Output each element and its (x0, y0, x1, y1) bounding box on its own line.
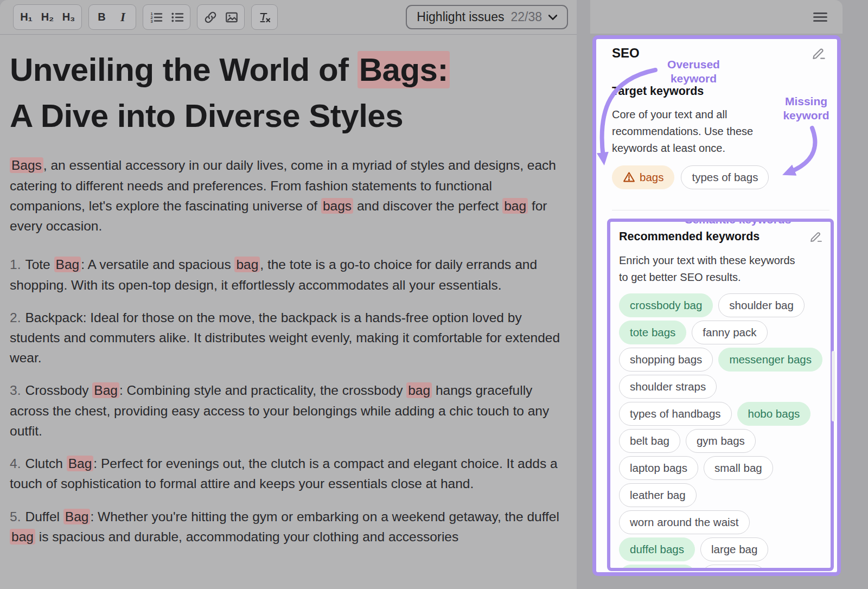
highlighted-keyword: bag (10, 529, 35, 545)
image-icon (225, 10, 239, 24)
highlighted-keyword: Bags (10, 157, 43, 173)
overused-keyword-annotation: Overused keyword (646, 57, 741, 86)
keyword-pill-row: duffel bagslarge bag (619, 537, 823, 561)
intro-paragraph: Bags, an essential accessory in our dail… (10, 155, 566, 236)
text-segment: : Whether you're hitting the gym or emba… (90, 509, 559, 524)
keyword-pill-row: laptop bagssmall bag (619, 456, 823, 480)
format-button-group: B I (88, 4, 136, 30)
edit-target-keywords-button[interactable] (812, 46, 826, 62)
editor-pane: H₁ H₂ H₃ B I 123 (0, 0, 577, 589)
document-body[interactable]: Unveiling the World of Bags:A Dive into … (0, 35, 577, 547)
ordered-list-button[interactable]: 123 (146, 7, 166, 28)
heading-button-group: H₁ H₂ H₃ (13, 4, 82, 30)
list-item: 3.Crossbody Bag: Combining style and pra… (10, 380, 566, 441)
bold-button[interactable]: B (92, 7, 112, 28)
keyword-pill-row: belt baggym bags (619, 429, 823, 453)
text-segment: Backpack: Ideal for those on the move, t… (10, 310, 560, 365)
text-segment: is spacious and durable, accommodating y… (35, 529, 458, 544)
keyword-pill[interactable]: duffel bags (619, 537, 695, 561)
text-segment: A Dive into Diverse Styles (10, 98, 403, 134)
highlighted-keyword: bags (321, 198, 353, 214)
warning-icon (623, 171, 635, 183)
text-segment: Clutch (25, 456, 66, 471)
title-line: A Dive into Diverse Styles (10, 93, 566, 139)
editor-toolbar: H₁ H₂ H₃ B I 123 (0, 0, 577, 35)
hamburger-menu-icon[interactable] (813, 12, 827, 22)
link-icon (203, 10, 218, 24)
keyword-pill[interactable]: shopping bags (619, 348, 713, 372)
keyword-pill[interactable]: fanny pack (692, 321, 767, 344)
keyword-pill[interactable]: leather bag (619, 483, 697, 507)
recommended-keywords-list: crossbody bagshoulder bagtote bagsfanny … (619, 293, 823, 561)
list-item: 5.Duffel Bag: Whether you're hitting the… (10, 507, 566, 547)
text-segment: Crossbody (25, 383, 92, 398)
list-number: 2. (10, 310, 21, 325)
heading3-button[interactable]: H₃ (59, 7, 79, 28)
keyword-pill-row: shopping bagsmessenger bags (619, 348, 823, 372)
keyword-pill[interactable]: large bag (700, 537, 768, 561)
clear-formatting-button[interactable] (254, 7, 275, 28)
edit-icon (812, 46, 826, 60)
keyword-pill[interactable]: shoulder straps (619, 375, 717, 399)
clear-format-button-group (251, 4, 278, 30)
keyword-pill[interactable]: worn around the waist (619, 510, 750, 534)
insert-button-group (197, 4, 245, 30)
image-button[interactable] (221, 7, 241, 28)
text-segment: Tote (25, 257, 54, 272)
keyword-pill[interactable]: shoulder bag (718, 293, 805, 317)
keyword-pill-row: tote bagsfanny pack (619, 321, 823, 344)
highlight-issues-count: 22/38 (510, 10, 542, 24)
keyword-pill-row: crossbody bagshoulder bag (619, 293, 823, 317)
list-number: 1. (10, 257, 21, 272)
highlighted-keyword: Bag (67, 456, 94, 471)
keyword-pill-label: bags (640, 171, 663, 184)
keyword-pill-bags[interactable]: bags (612, 165, 674, 189)
keyword-pill-types-of-bags[interactable]: types of bags (681, 165, 769, 189)
keyword-pill-row: shoulder straps (619, 375, 823, 399)
heading1-button[interactable]: H₁ (16, 7, 36, 28)
keyword-pill[interactable]: types of handbags (619, 402, 732, 426)
clear-formatting-icon (258, 10, 272, 24)
link-button[interactable] (200, 7, 220, 28)
chevron-down-icon (548, 15, 557, 20)
keyword-pill-row: worn around the waist (619, 510, 823, 534)
heading2-button[interactable]: H₂ (37, 7, 58, 28)
keyword-pill[interactable]: tote bags (619, 321, 686, 344)
document-list: 1.Tote Bag: A versatile and spacious bag… (10, 254, 566, 547)
highlighted-keyword: bag (406, 382, 432, 398)
list-item: 1.Tote Bag: A versatile and spacious bag… (10, 254, 566, 294)
keyword-pill[interactable]: crossbody bag (619, 293, 713, 317)
seo-panel: SEO Overused keyword Missing keyword Tar… (592, 35, 841, 576)
highlighted-keyword: Bags: (358, 51, 450, 88)
clipped-keyword-pill[interactable] (701, 565, 765, 571)
list-number: 3. (10, 383, 21, 398)
bullet-list-icon (170, 10, 184, 24)
text-segment: : A versatile and spacious (81, 257, 234, 272)
clipped-keyword-row (619, 565, 823, 571)
highlight-issues-dropdown[interactable]: Highlight issues 22/38 (406, 5, 568, 29)
panel-scrollbar[interactable] (832, 351, 835, 421)
bullet-list-button[interactable] (167, 7, 187, 28)
keyword-pill[interactable]: gym bags (686, 429, 756, 453)
highlighted-keyword: bag (234, 257, 260, 272)
list-button-group: 123 (143, 4, 190, 30)
edit-recommended-keywords-button[interactable] (809, 229, 823, 245)
edit-icon (809, 229, 823, 243)
svg-text:3: 3 (150, 18, 152, 23)
panel-topbar (590, 0, 843, 34)
keyword-pill[interactable]: laptop bags (619, 456, 698, 480)
title-line: Unveiling the World of Bags: (10, 47, 566, 93)
highlight-issues-label: Highlight issues (417, 10, 504, 24)
list-item: 2.Backpack: Ideal for those on the move,… (10, 308, 566, 368)
italic-button[interactable]: I (113, 7, 133, 28)
keyword-pill-row: leather bag (619, 483, 823, 507)
missing-keyword-annotation: Missing keyword (774, 94, 838, 123)
keyword-pill[interactable]: hobo bags (737, 402, 811, 426)
keyword-pill[interactable]: messenger bags (718, 348, 822, 372)
keyword-pill[interactable]: small bag (704, 456, 773, 480)
text-segment: Unveiling the World of (10, 52, 358, 88)
keyword-pill[interactable]: belt bag (619, 429, 680, 453)
highlighted-keyword: bag (502, 198, 528, 214)
clipped-keyword-pill[interactable] (619, 565, 696, 571)
ordered-list-icon: 123 (149, 10, 163, 24)
